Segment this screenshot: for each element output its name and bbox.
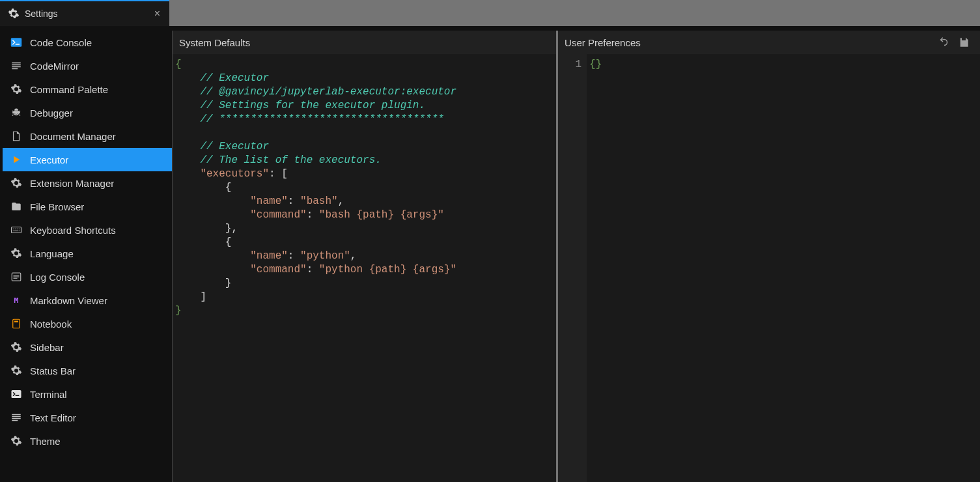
keyboard-icon — [10, 224, 22, 236]
sidebar-item-extension-manager[interactable]: Extension Manager — [3, 171, 172, 195]
sidebar-item-theme[interactable]: Theme — [3, 429, 172, 453]
tab-settings[interactable]: Settings × — [0, 0, 169, 26]
revert-button[interactable] — [934, 35, 954, 50]
gear-icon — [10, 177, 22, 189]
sidebar-item-label: Theme — [30, 436, 61, 447]
folder-icon — [10, 201, 22, 212]
sidebar-item-language[interactable]: Language — [3, 242, 172, 265]
sidebar-item-label: Log Console — [30, 272, 85, 283]
gear-icon — [10, 341, 22, 353]
pane-title: User Preferences — [565, 37, 641, 48]
gear-icon — [10, 435, 22, 447]
tab-title: Settings — [25, 8, 58, 19]
sidebar-item-label: Code Console — [30, 37, 92, 48]
system-defaults-editor: { // Executor // @gavincyi/jupyterlab-ex… — [173, 54, 556, 482]
sidebar-item-label: Extension Manager — [30, 178, 114, 189]
sidebar-item-debugger[interactable]: Debugger — [3, 101, 172, 124]
sidebar-item-label: Keyboard Shortcuts — [30, 225, 116, 236]
markdown-icon — [10, 294, 22, 306]
sidebar-item-executor[interactable]: Executor — [3, 148, 172, 171]
sidebar-item-label: Executor — [30, 154, 68, 165]
settings-plugin-list: Code ConsoleCodeMirrorCommand PaletteDeb… — [3, 31, 172, 482]
system-defaults-header: System Defaults — [173, 31, 556, 54]
pane-title: System Defaults — [179, 37, 250, 48]
notebook-icon — [10, 318, 22, 330]
sidebar-item-status-bar[interactable]: Status Bar — [3, 359, 172, 382]
lines-icon — [10, 60, 22, 72]
settings-workspace: Code ConsoleCodeMirrorCommand PaletteDeb… — [0, 26, 980, 482]
sidebar-item-notebook[interactable]: Notebook — [3, 312, 172, 335]
sidebar-item-label: Status Bar — [30, 365, 76, 376]
sidebar-item-label: Language — [30, 248, 74, 259]
sidebar-item-label: Command Palette — [30, 84, 108, 95]
close-icon[interactable]: × — [152, 8, 163, 20]
settings-editors: System Defaults { // Executor // @gavinc… — [172, 31, 980, 482]
line-gutter: 1 — [558, 54, 587, 482]
console-icon — [10, 36, 22, 48]
user-preferences-editor[interactable]: {} — [587, 54, 980, 482]
sidebar-item-label: Notebook — [30, 319, 72, 330]
file-icon — [10, 130, 22, 142]
sidebar-item-label: Debugger — [30, 107, 73, 119]
sidebar-item-keyboard-shortcuts[interactable]: Keyboard Shortcuts — [3, 218, 172, 242]
sidebar-item-label: Text Editor — [30, 412, 76, 423]
bug-icon — [10, 107, 22, 119]
terminal-icon — [10, 388, 22, 400]
list-icon — [10, 271, 22, 283]
sidebar-item-terminal[interactable]: Terminal — [3, 382, 172, 406]
sidebar-item-label: Sidebar — [30, 342, 64, 353]
gear-icon — [10, 83, 22, 95]
user-preferences-header: User Preferences — [558, 31, 980, 54]
lines-icon — [10, 412, 22, 423]
sidebar-item-document-manager[interactable]: Document Manager — [3, 124, 172, 148]
sidebar-item-label: Document Manager — [30, 131, 116, 142]
system-defaults-pane: System Defaults { // Executor // @gavinc… — [172, 31, 558, 482]
sidebar-item-file-browser[interactable]: File Browser — [3, 195, 172, 218]
user-preferences-pane: User Preferences 1 {} — [558, 31, 980, 482]
sidebar-item-label: Terminal — [30, 389, 67, 400]
tab-bar: Settings × — [0, 0, 980, 26]
sidebar-item-label: CodeMirror — [30, 61, 79, 72]
sidebar-item-markdown-viewer[interactable]: Markdown Viewer — [3, 289, 172, 312]
sidebar-item-sidebar[interactable]: Sidebar — [3, 335, 172, 359]
sidebar-item-codemirror[interactable]: CodeMirror — [3, 54, 172, 78]
save-button[interactable] — [954, 35, 973, 50]
sidebar-item-text-editor[interactable]: Text Editor — [3, 406, 172, 429]
sidebar-item-command-palette[interactable]: Command Palette — [3, 78, 172, 101]
gear-icon — [10, 248, 22, 259]
gear-icon — [8, 8, 20, 20]
sidebar-item-label: Markdown Viewer — [30, 295, 107, 306]
sidebar-item-code-console[interactable]: Code Console — [3, 31, 172, 54]
sidebar-item-label: File Browser — [30, 201, 84, 212]
sidebar-item-log-console[interactable]: Log Console — [3, 265, 172, 289]
gear-icon — [10, 365, 22, 376]
play-icon — [10, 154, 22, 165]
